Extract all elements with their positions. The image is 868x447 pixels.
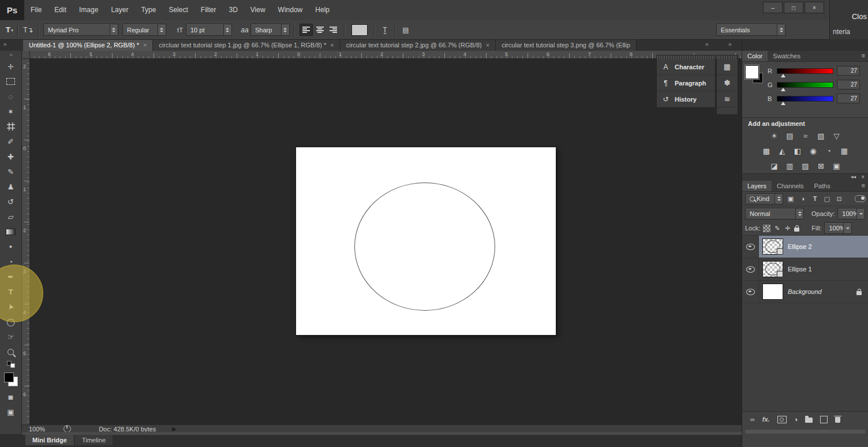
menu-3d[interactable]: 3D bbox=[222, 0, 244, 20]
eye-icon[interactable] bbox=[746, 266, 755, 273]
new-group-icon[interactable] bbox=[805, 418, 813, 423]
dock-panel-2[interactable]: ✽ bbox=[717, 75, 738, 91]
threshold-icon[interactable]: ▨ bbox=[800, 162, 811, 170]
crop-tool[interactable] bbox=[0, 119, 21, 134]
toggle-panels-icon[interactable]: ▤ bbox=[400, 24, 411, 36]
exposure-icon[interactable]: ▧ bbox=[816, 132, 826, 140]
lasso-tool[interactable]: ◌ bbox=[0, 89, 21, 104]
character-panel-button[interactable]: A Character bbox=[657, 59, 715, 75]
menu-file[interactable]: File bbox=[24, 0, 48, 20]
layer-name[interactable]: Ellipse 2 bbox=[788, 243, 812, 250]
posterize-icon[interactable]: ▥ bbox=[785, 162, 795, 170]
visibility-cell[interactable] bbox=[742, 258, 759, 280]
tool-preset-picker[interactable]: T ▾ bbox=[6, 25, 13, 34]
green-value-field[interactable]: 27 bbox=[837, 80, 860, 90]
layer-thumbnail[interactable] bbox=[762, 284, 783, 300]
foreground-color-swatch[interactable] bbox=[745, 65, 765, 85]
type-tool[interactable]: T bbox=[0, 284, 21, 299]
layer-thumbnail[interactable] bbox=[762, 261, 783, 277]
visibility-cell[interactable] bbox=[742, 281, 759, 303]
close-button[interactable]: × bbox=[805, 2, 824, 13]
tab-channels[interactable]: Channels bbox=[772, 181, 809, 191]
vibrance-icon[interactable]: ▽ bbox=[832, 132, 842, 140]
workspace-select[interactable]: Essentials bbox=[716, 24, 785, 36]
tab-color[interactable]: Color bbox=[742, 51, 768, 61]
menu-filter[interactable]: Filter bbox=[194, 0, 223, 20]
eyedropper-tool[interactable]: ✐ bbox=[0, 134, 21, 149]
layer-name[interactable]: Background bbox=[788, 288, 822, 295]
history-brush-tool[interactable]: ↺ bbox=[0, 194, 21, 209]
tab-swatches[interactable]: Swatches bbox=[768, 51, 806, 61]
foreground-background-swatches[interactable] bbox=[0, 370, 21, 389]
tab-close-icon[interactable]: × bbox=[486, 42, 489, 49]
lock-position-icon[interactable]: ✛ bbox=[784, 225, 791, 232]
layer-style-icon[interactable]: fx. bbox=[762, 416, 770, 423]
text-orientation-icon[interactable]: T↴ bbox=[23, 24, 34, 36]
green-slider[interactable] bbox=[777, 82, 833, 88]
fill-select[interactable]: 100% bbox=[824, 222, 852, 234]
hue-saturation-icon[interactable]: ▩ bbox=[761, 147, 772, 155]
document-tab-1[interactable]: Untitled-1 @ 100% (Ellipse 2, RGB/8) * × bbox=[23, 39, 153, 51]
menu-layer[interactable]: Layer bbox=[104, 0, 134, 20]
new-layer-icon[interactable] bbox=[820, 416, 828, 423]
panel-dock-collapse-icon[interactable]: » bbox=[728, 41, 731, 47]
hand-tool[interactable]: ☞ bbox=[0, 329, 21, 344]
eye-icon[interactable] bbox=[746, 289, 755, 295]
menu-view[interactable]: View bbox=[244, 0, 272, 20]
layer-thumbnail[interactable] bbox=[762, 239, 783, 255]
levels-icon[interactable]: ▤ bbox=[785, 132, 795, 140]
filter-toggle[interactable] bbox=[855, 195, 866, 202]
collapse-panel-icon[interactable]: ◂◂ bbox=[851, 174, 856, 180]
filter-kind-select[interactable]: Kind bbox=[745, 193, 783, 204]
delete-layer-icon[interactable] bbox=[835, 417, 840, 423]
eye-icon[interactable] bbox=[746, 244, 755, 250]
layer-row-background[interactable]: Background bbox=[742, 281, 868, 303]
slider-thumb-icon[interactable] bbox=[781, 102, 785, 105]
eraser-tool[interactable]: ▱ bbox=[0, 209, 21, 224]
swap-colors-button[interactable] bbox=[0, 359, 21, 370]
tab-paths[interactable]: Paths bbox=[809, 181, 836, 191]
document-tab-3[interactable]: circular text tutorial step 2.jpg @ 66.7… bbox=[341, 39, 496, 51]
history-panel-button[interactable]: ↺ History bbox=[657, 91, 715, 107]
filter-pixel-layers-icon[interactable]: ▣ bbox=[786, 195, 795, 203]
lock-all-icon[interactable] bbox=[794, 228, 799, 232]
filter-smart-objects-icon[interactable]: ⊡ bbox=[835, 195, 844, 203]
layer-row-ellipse-1[interactable]: Ellipse 1 bbox=[742, 258, 868, 281]
brush-tool[interactable]: ✎ bbox=[0, 164, 21, 179]
dock-panel-1[interactable]: ▦ bbox=[717, 59, 738, 75]
text-color-swatch[interactable] bbox=[351, 24, 368, 36]
color-lookup-icon[interactable]: ▦ bbox=[839, 147, 850, 155]
curves-icon[interactable]: ≈ bbox=[800, 132, 811, 140]
color-balance-icon[interactable]: ◭ bbox=[777, 147, 787, 155]
tab-mini-bridge[interactable]: Mini Bridge bbox=[25, 435, 74, 445]
panel-scrollbar[interactable] bbox=[745, 430, 866, 434]
filter-adjustment-layers-icon[interactable]: ◑ bbox=[798, 195, 807, 202]
toolbar-collapse-icon[interactable]: » bbox=[3, 41, 6, 47]
anti-alias-select[interactable]: Sharp bbox=[250, 24, 290, 36]
slider-thumb-icon[interactable] bbox=[781, 74, 785, 77]
maximize-button[interactable]: □ bbox=[784, 2, 803, 13]
align-left-button[interactable] bbox=[300, 24, 313, 36]
menu-select[interactable]: Select bbox=[162, 0, 194, 20]
menu-image[interactable]: Image bbox=[73, 0, 104, 20]
add-layer-mask-icon[interactable] bbox=[777, 416, 787, 423]
new-adjustment-layer-icon[interactable]: ◑ bbox=[794, 416, 798, 423]
pen-tool[interactable]: ✒ bbox=[0, 269, 21, 284]
font-family-select[interactable]: Myriad Pro bbox=[43, 24, 118, 36]
blue-slider[interactable] bbox=[777, 96, 833, 102]
close-panel-icon[interactable]: × bbox=[861, 174, 865, 180]
red-value-field[interactable]: 27 bbox=[837, 66, 860, 76]
warp-text-icon[interactable]: T̰ bbox=[379, 24, 391, 36]
link-layers-icon[interactable]: ∞ bbox=[750, 416, 755, 423]
lock-paint-icon[interactable]: ✎ bbox=[773, 225, 781, 232]
gradient-map-icon[interactable]: ⊠ bbox=[816, 162, 826, 170]
menu-type[interactable]: Type bbox=[134, 0, 162, 20]
tab-timeline[interactable]: Timeline bbox=[75, 435, 113, 445]
minimize-button[interactable]: – bbox=[763, 2, 783, 13]
clone-stamp-tool[interactable]: ♟ bbox=[0, 179, 21, 194]
layer-row-ellipse-2[interactable]: Ellipse 2 bbox=[742, 236, 868, 258]
black-white-icon[interactable]: ◧ bbox=[792, 147, 803, 155]
menu-edit[interactable]: Edit bbox=[48, 0, 73, 20]
selective-color-icon[interactable]: ▣ bbox=[832, 162, 842, 170]
blue-value-field[interactable]: 27 bbox=[837, 94, 860, 103]
